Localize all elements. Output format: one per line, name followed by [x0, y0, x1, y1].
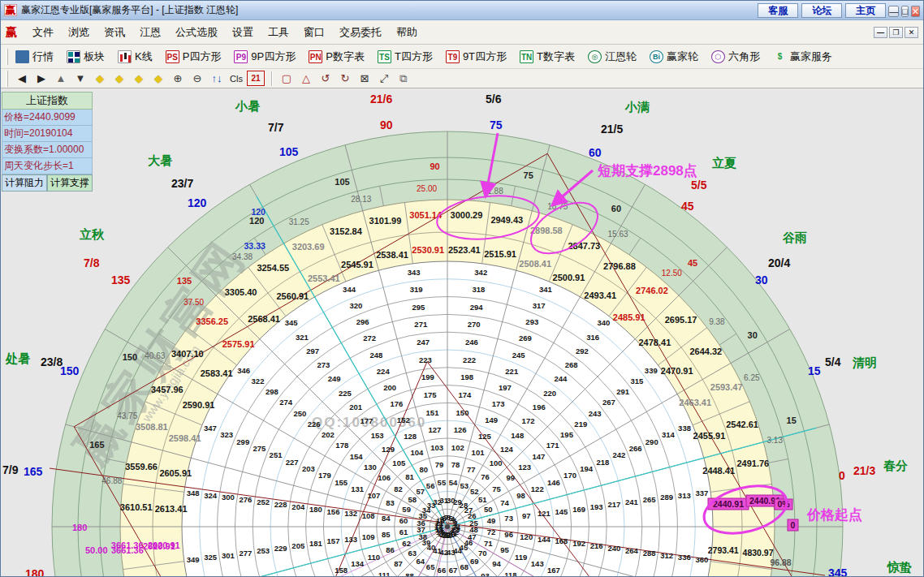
svg-text:223: 223: [419, 355, 432, 364]
toolbutton-K线[interactable]: K线: [115, 48, 155, 66]
cls-button[interactable]: Cls: [227, 71, 245, 86]
titlebar-button-3[interactable]: 主页: [845, 3, 886, 18]
svg-text:127: 127: [428, 425, 441, 434]
toolbutton-赢家服务[interactable]: $赢家服务: [771, 48, 835, 66]
diamond-down-icon[interactable]: ◆: [149, 71, 167, 86]
toolbutton-赢家轮[interactable]: Bi赢家轮: [647, 48, 701, 66]
pin-tool-icon[interactable]: ⧉: [395, 71, 412, 86]
svg-text:297: 297: [306, 347, 319, 355]
svg-text:120: 120: [251, 207, 266, 217]
titlebar-button-2[interactable]: 论坛: [801, 3, 842, 18]
svg-text:118: 118: [504, 571, 516, 577]
svg-text:126: 126: [454, 425, 467, 434]
calc-resistance-button[interactable]: 计算阻力: [2, 174, 47, 192]
svg-text:70: 70: [478, 549, 487, 558]
svg-text:74: 74: [500, 498, 509, 507]
delete-box-icon[interactable]: ⊠: [356, 71, 373, 86]
down-pyramid-icon[interactable]: ▼: [71, 71, 89, 86]
svg-text:清明: 清明: [852, 355, 877, 369]
svg-text:196: 196: [533, 403, 546, 411]
svg-text:2644.32: 2644.32: [689, 347, 722, 356]
calc-support-button[interactable]: 计算支撑: [47, 174, 93, 192]
svg-text:处暑: 处暑: [5, 351, 30, 365]
toolbutton-P四方形[interactable]: PSP四方形: [163, 48, 224, 66]
toolbutton-T四方形[interactable]: TST四方形: [375, 48, 435, 66]
svg-text:317: 317: [533, 301, 546, 310]
svg-text:77: 77: [467, 465, 476, 474]
menu-文件[interactable]: 文件: [25, 24, 61, 41]
svg-text:198: 198: [460, 372, 473, 381]
toolbutton-T数字表[interactable]: TNT数字表: [517, 48, 577, 66]
svg-text:9.38: 9.38: [709, 317, 725, 326]
mdi-minimize-button[interactable]: —: [874, 27, 887, 38]
svg-text:144: 144: [538, 535, 551, 544]
svg-text:218: 218: [596, 458, 609, 467]
menu-工具[interactable]: 工具: [261, 24, 296, 41]
menu-资讯[interactable]: 资讯: [97, 24, 132, 41]
svg-text:345: 345: [828, 566, 848, 577]
toolbutton-label: 赢家轮: [667, 50, 698, 64]
mdi-close-button[interactable]: ✕: [905, 27, 918, 38]
square-tool-icon[interactable]: ▢: [278, 71, 296, 86]
menu-设置[interactable]: 设置: [225, 24, 261, 41]
svg-text:322: 322: [252, 377, 265, 385]
svg-text:2485.91: 2485.91: [613, 312, 646, 322]
next-arrow-icon[interactable]: ▶: [32, 71, 50, 86]
flip-axis-icon[interactable]: ↑↓: [208, 71, 226, 86]
toolbutton-行情[interactable]: 行情: [13, 48, 56, 66]
svg-text:2542.61: 2542.61: [726, 420, 758, 429]
menu-窗口[interactable]: 窗口: [296, 24, 332, 41]
minimize-button[interactable]: —: [888, 6, 899, 17]
menu-帮助[interactable]: 帮助: [389, 24, 425, 41]
calendar-icon[interactable]: 21: [247, 71, 265, 86]
svg-text:107: 107: [367, 491, 380, 500]
zoom-in-icon[interactable]: ⊕: [169, 71, 187, 86]
svg-text:172: 172: [522, 416, 535, 425]
svg-text:100: 100: [490, 459, 503, 467]
rotate-cw-icon[interactable]: ↻: [336, 71, 354, 86]
svg-text:小满: 小满: [624, 100, 650, 114]
toolbutton-板块[interactable]: 板块: [64, 48, 107, 66]
svg-text:价格起点: 价格起点: [806, 507, 862, 523]
menu-交易委托[interactable]: 交易委托: [332, 24, 389, 41]
p-table-icon: PN: [309, 50, 322, 63]
mdi-window-controls: —❐✕: [872, 27, 918, 38]
svg-text:谷雨: 谷雨: [782, 230, 807, 244]
toolbutton-六角形[interactable]: ⬡六角形: [709, 48, 762, 66]
up-pyramid-icon[interactable]: ▲: [52, 71, 70, 86]
mdi-restore-button[interactable]: ❐: [889, 27, 903, 38]
toolbutton-9P四方形[interactable]: P99P四方形: [231, 48, 298, 66]
maximize-button[interactable]: □: [901, 6, 909, 17]
close-button[interactable]: ✕: [911, 6, 920, 17]
svg-text:129: 129: [382, 445, 395, 454]
toolbutton-label: K线: [135, 50, 153, 64]
window-controls: —□✕: [886, 3, 920, 18]
rotate-ccw-icon[interactable]: ↺: [317, 71, 335, 86]
svg-text:2491.76: 2491.76: [736, 459, 769, 468]
titlebar-button-1[interactable]: 客服: [758, 3, 798, 18]
toolbutton-江恩轮[interactable]: ◎江恩轮: [585, 48, 639, 66]
svg-text:248: 248: [369, 351, 382, 360]
menu-江恩[interactable]: 江恩: [132, 24, 168, 41]
svg-text:87: 87: [394, 559, 403, 568]
zoom-out-icon[interactable]: ⊖: [188, 71, 206, 86]
titlebar-link-buttons: 客服论坛主页: [754, 2, 886, 18]
toolbutton-label: 六角形: [728, 50, 760, 64]
diamond-left-icon[interactable]: ◆: [91, 71, 109, 86]
gann-wheel-canvas[interactable]: 赢家财富网www.yingjia.comQQ:10080036012345678…: [1, 88, 924, 577]
toolbutton-9T四方形[interactable]: T99T四方形: [443, 48, 509, 66]
toolbutton-P数字表[interactable]: PNP数字表: [306, 48, 367, 66]
svg-text:125: 125: [478, 432, 492, 441]
diamond-right-icon[interactable]: ◆: [110, 71, 128, 86]
svg-text:67: 67: [449, 566, 458, 575]
svg-text:小暑: 小暑: [235, 99, 260, 113]
menu-公式选股[interactable]: 公式选股: [168, 24, 225, 41]
gann-wheel-chart-area[interactable]: 赢家财富网www.yingjia.comQQ:10080036012345678…: [1, 88, 924, 577]
prev-arrow-icon[interactable]: ◀: [13, 71, 31, 86]
svg-text:269: 269: [519, 334, 532, 342]
diamond-up-icon[interactable]: ◆: [130, 71, 148, 86]
menu-浏览[interactable]: 浏览: [61, 24, 97, 41]
center-tool-icon[interactable]: ⤢: [375, 71, 393, 86]
triangle-tool-icon[interactable]: △: [297, 71, 315, 86]
svg-text:5/5: 5/5: [691, 179, 707, 192]
